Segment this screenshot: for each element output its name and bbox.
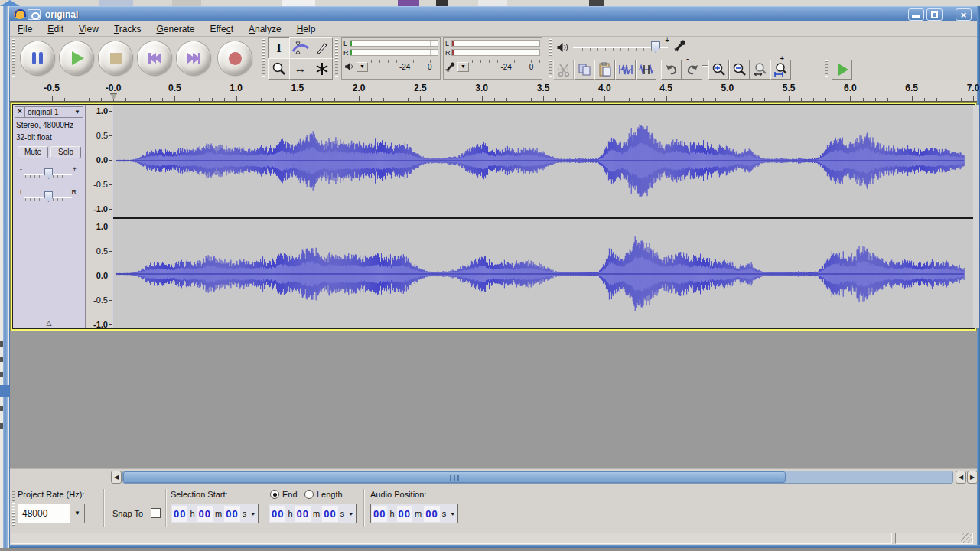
- recording-meter-dropdown[interactable]: ▼: [457, 62, 469, 72]
- time-format-dropdown-icon[interactable]: ▼: [448, 511, 457, 517]
- meter-toolbar-grip[interactable]: [335, 39, 338, 78]
- title-bar[interactable]: original ×: [9, 6, 977, 21]
- trim-outside-selection-button[interactable]: [615, 60, 636, 80]
- transcription-toolbar-grip[interactable]: [825, 60, 828, 79]
- skip-to-start-button[interactable]: [138, 41, 171, 75]
- audio-track: × original 1 ▼ Stereo, 48000Hz 32-bit fl…: [12, 104, 975, 329]
- timeline-ruler[interactable]: -0.5-0.00.51.01.52.02.53.03.54.04.55.05.…: [10, 80, 977, 102]
- selection-end-field[interactable]: 00h00m00s▼: [269, 504, 357, 523]
- track-menu-dropdown-icon[interactable]: ▼: [74, 109, 83, 116]
- play-at-speed-button[interactable]: [832, 60, 852, 80]
- silence-selection-button[interactable]: [636, 60, 656, 80]
- recording-meter[interactable]: L R ▼ -24 0: [443, 37, 542, 80]
- snap-to-checkbox[interactable]: [151, 508, 161, 518]
- menu-view[interactable]: View: [71, 22, 106, 36]
- zoom-in-button[interactable]: [708, 60, 729, 80]
- redo-button[interactable]: [682, 60, 702, 80]
- horizontal-scrollbar[interactable]: ◀ ◀ ▶: [10, 468, 977, 484]
- time-digits-h[interactable]: 00: [372, 506, 387, 522]
- tools-toolbar-grip[interactable]: [262, 39, 265, 78]
- draw-tool-button[interactable]: [311, 37, 333, 59]
- selection-tool-button[interactable]: I: [268, 37, 290, 59]
- selection-toolbar-grip[interactable]: [12, 491, 15, 526]
- track-close-button[interactable]: ×: [15, 107, 25, 117]
- scrollbar-track[interactable]: [122, 471, 953, 484]
- menu-tracks[interactable]: Tracks: [106, 22, 149, 36]
- fit-selection-button[interactable]: [750, 60, 770, 80]
- combobox-dropdown-icon[interactable]: ▼: [70, 504, 84, 523]
- scroll-left-arrow-button[interactable]: ◀: [956, 471, 966, 484]
- after-audio-region: [973, 105, 979, 328]
- system-menu-icon[interactable]: [28, 9, 41, 20]
- transport-toolbar-grip[interactable]: [12, 39, 15, 78]
- play-button[interactable]: [60, 41, 93, 75]
- time-digits-m[interactable]: 00: [397, 506, 412, 522]
- end-radio-icon[interactable]: [270, 490, 279, 499]
- selection-start-field[interactable]: 00h00m00s▼: [171, 504, 259, 523]
- time-digits-m[interactable]: 00: [197, 506, 213, 522]
- scrollbar-thumb[interactable]: [123, 471, 786, 483]
- desktop-fragment: [282, 0, 315, 6]
- menu-edit[interactable]: Edit: [40, 22, 71, 36]
- gain-slider[interactable]: - +: [24, 166, 72, 183]
- close-button[interactable]: ×: [956, 8, 972, 21]
- track-name[interactable]: original 1: [25, 108, 74, 116]
- minimize-button[interactable]: [908, 8, 924, 21]
- audacity-logo-icon: [14, 9, 25, 19]
- time-digits-m[interactable]: 00: [295, 506, 311, 522]
- track-group: × original 1 ▼ Stereo, 48000Hz 32-bit fl…: [10, 102, 977, 331]
- paste-button[interactable]: [594, 60, 615, 80]
- length-radio[interactable]: Length: [304, 490, 343, 499]
- cut-button[interactable]: [553, 60, 574, 80]
- time-format-dropdown-icon[interactable]: ▼: [347, 511, 355, 517]
- pause-button[interactable]: [21, 41, 54, 75]
- undo-button[interactable]: [661, 60, 682, 80]
- menu-generate[interactable]: Generate: [148, 22, 202, 36]
- menu-help[interactable]: Help: [289, 22, 324, 36]
- skip-to-end-button[interactable]: [177, 41, 210, 75]
- track-title-bar: × original 1 ▼: [15, 106, 83, 118]
- project-rate-combobox[interactable]: 48000 ▼: [18, 504, 85, 523]
- length-radio-icon[interactable]: [304, 490, 314, 499]
- copy-button[interactable]: [574, 60, 594, 80]
- multi-tool-button[interactable]: [311, 58, 333, 80]
- edit-toolbar-grip[interactable]: [549, 60, 552, 79]
- time-digits-s[interactable]: 00: [424, 506, 439, 522]
- resize-grip-icon[interactable]: [961, 533, 972, 543]
- menu-effect[interactable]: Effect: [202, 22, 240, 36]
- zoom-tool-button[interactable]: [268, 58, 290, 80]
- time-digits-h[interactable]: 00: [172, 506, 187, 522]
- pan-slider[interactable]: L R: [24, 189, 72, 206]
- time-format-dropdown-icon[interactable]: ▼: [249, 511, 257, 517]
- timeline-cursor-icon[interactable]: [110, 93, 117, 100]
- menu-analyze[interactable]: Analyze: [241, 22, 289, 36]
- waveform-channel-left[interactable]: [113, 105, 974, 217]
- zoom-out-button[interactable]: [729, 60, 750, 80]
- timeshift-tool-button[interactable]: ↔: [289, 58, 311, 80]
- timeline-tick: [187, 98, 187, 101]
- audio-position-field[interactable]: 00h00m00s▼: [370, 504, 458, 523]
- envelope-tool-button[interactable]: [289, 37, 311, 59]
- time-digits-s[interactable]: 00: [224, 506, 239, 522]
- empty-track-area[interactable]: [10, 331, 977, 468]
- waveform-area[interactable]: [113, 105, 974, 328]
- solo-button[interactable]: Solo: [50, 146, 81, 158]
- fit-project-button[interactable]: [770, 60, 791, 80]
- stop-button[interactable]: [99, 41, 132, 75]
- output-volume-slider[interactable]: - +: [573, 38, 668, 57]
- waveform-channel-right[interactable]: [113, 219, 974, 329]
- desktop-strip-bottom: [0, 548, 980, 551]
- playback-meter[interactable]: L R ▼ -24 0: [341, 37, 441, 80]
- scroll-right-arrow-button[interactable]: ▶: [967, 471, 978, 484]
- scroll-left-button[interactable]: ◀: [111, 471, 122, 484]
- time-digits-h[interactable]: 00: [270, 506, 285, 522]
- playback-meter-dropdown[interactable]: ▼: [357, 62, 368, 72]
- mute-button[interactable]: Mute: [18, 146, 48, 158]
- mixer-toolbar-grip[interactable]: [549, 39, 552, 57]
- track-collapse-button[interactable]: △: [13, 318, 85, 328]
- end-radio[interactable]: End: [270, 490, 298, 499]
- menu-file[interactable]: File: [10, 22, 40, 36]
- time-digits-s[interactable]: 00: [322, 506, 337, 522]
- record-button[interactable]: [218, 41, 252, 75]
- maximize-button[interactable]: [926, 8, 943, 21]
